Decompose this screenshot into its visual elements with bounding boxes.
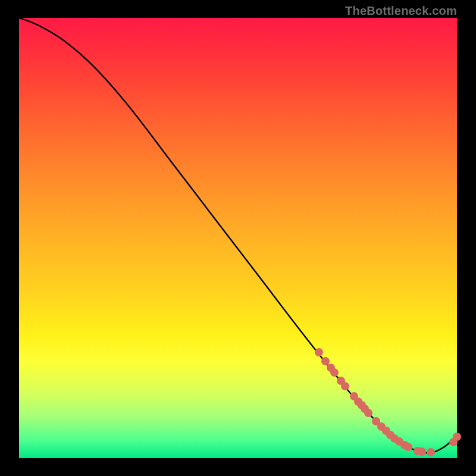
data-dot <box>364 409 372 417</box>
data-dot <box>418 447 426 456</box>
data-dot <box>341 382 349 390</box>
data-dot <box>453 433 461 441</box>
chart-svg <box>0 0 476 476</box>
data-dot <box>330 368 339 377</box>
data-dot <box>404 443 412 451</box>
bottleneck-curve-path <box>19 18 457 453</box>
outer-frame: TheBottleneck.com <box>0 0 476 476</box>
